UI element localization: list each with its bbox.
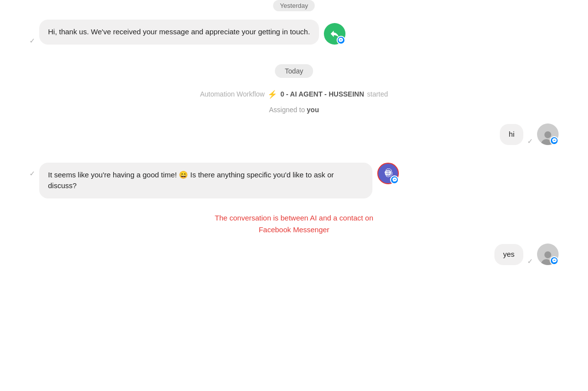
checkmark-hi: ✓ <box>527 137 533 145</box>
assigned-prefix: Assigned to <box>269 106 305 114</box>
today-separator: Today <box>29 64 559 78</box>
checkmark-yes: ✓ <box>527 257 533 265</box>
avatar-ai-brain <box>377 163 399 184</box>
message-bubble-yes: yes <box>494 244 523 265</box>
message-text: Hi, thank us. We've received your messag… <box>48 27 310 36</box>
message-text-ai: It seems like you're having a good time!… <box>48 171 334 190</box>
message-bubble-ai: It seems like you're having a good time!… <box>39 163 372 198</box>
message-text-yes: yes <box>503 250 514 258</box>
assigned-notice: Assigned to you <box>29 106 559 114</box>
started-text: started <box>367 90 388 98</box>
message-row-outgoing-yes: yes ✓ <box>29 244 559 265</box>
annotation-text: The conversation is between AI and a con… <box>211 212 377 236</box>
message-row-outgoing-hi: hi ✓ <box>29 123 559 145</box>
avatar-person-1 <box>537 123 559 145</box>
message-text-hi: hi <box>509 130 514 138</box>
message-bubble: Hi, thank us. We've received your messag… <box>39 20 319 45</box>
automation-label: Automation Workflow <box>200 90 265 98</box>
agent-name: 0 - AI AGENT - HUSSEINN <box>280 90 364 98</box>
message-row-incoming-ai: ✓ It seems like you're having a good tim… <box>29 163 559 198</box>
today-label: Today <box>275 64 313 78</box>
message-bubble-hi: hi <box>500 124 523 145</box>
checkmark-ai: ✓ <box>29 170 35 177</box>
top-section: Yesterday ✓ Hi, thank us. We've received… <box>29 0 559 54</box>
yesterday-label: Yesterday <box>273 0 315 11</box>
checkmark-icon: ✓ <box>29 37 35 45</box>
avatar-person-2 <box>537 244 559 265</box>
assigned-name: you <box>307 106 319 114</box>
message-row-incoming-1: ✓ Hi, thank us. We've received your mess… <box>29 20 559 45</box>
lightning-icon: ⚡ <box>268 90 277 99</box>
automation-notice: Automation Workflow ⚡ 0 - AI AGENT - HUS… <box>29 90 559 99</box>
chat-container: Yesterday ✓ Hi, thank us. We've received… <box>0 0 588 391</box>
avatar-ai-green <box>324 23 345 45</box>
